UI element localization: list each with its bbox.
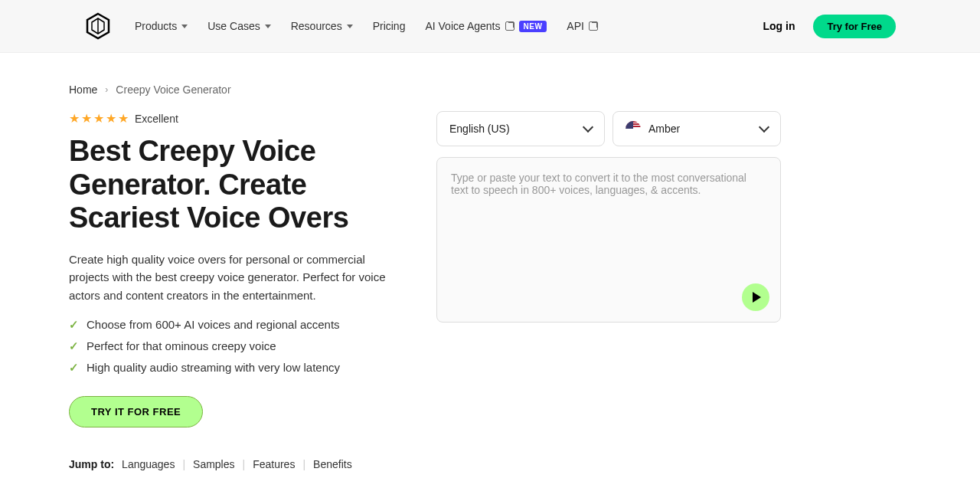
play-button[interactable] [742, 283, 769, 311]
separator: | [302, 458, 305, 470]
login-link[interactable]: Log in [763, 20, 795, 32]
try-free-button[interactable]: Try for Free [813, 15, 896, 38]
rating-label: Excellent [135, 113, 178, 125]
nav-pricing-label: Pricing [373, 20, 406, 32]
page-description: Create high quality voice overs for pers… [69, 251, 390, 304]
nav-use-cases-label: Use Cases [207, 20, 260, 32]
voice-selector[interactable]: Amber [612, 111, 781, 146]
breadcrumb: Home › Creepy Voice Generator [69, 84, 911, 96]
jump-benefits[interactable]: Benefits [313, 458, 352, 470]
rating-row: ★ ★ ★ ★ ★ Excellent [69, 111, 390, 126]
nav-api-label: API [567, 20, 584, 32]
nav-resources-label: Resources [291, 20, 342, 32]
tts-textarea[interactable] [451, 172, 766, 308]
us-flag-icon [626, 121, 641, 136]
play-icon [753, 292, 761, 303]
separator: | [243, 458, 246, 470]
jump-languages[interactable]: Languages [122, 458, 175, 470]
nav-ai-voice-agents[interactable]: AI Voice Agents NEW [425, 20, 547, 32]
breadcrumb-current: Creepy Voice Generator [116, 84, 230, 96]
nav-ai-voice-label: AI Voice Agents [425, 20, 500, 32]
caret-down-icon [181, 25, 188, 28]
breadcrumb-home[interactable]: Home [69, 84, 97, 96]
feature-text: Choose from 600+ AI voices and regional … [87, 318, 340, 331]
main-nav: Products Use Cases Resources Pricing AI … [135, 20, 598, 32]
jump-samples[interactable]: Samples [193, 458, 234, 470]
feature-item: ✓ High quality audio streaming with very… [69, 361, 390, 375]
star-icons: ★ ★ ★ ★ ★ [69, 111, 129, 126]
jump-label: Jump to: [69, 458, 114, 470]
language-value: English (US) [449, 123, 510, 135]
caret-down-icon [347, 25, 353, 28]
feature-item: ✓ Perfect for that ominous creepy voice [69, 339, 390, 353]
star-icon: ★ [118, 111, 129, 126]
brand-logo[interactable] [84, 12, 112, 40]
chevron-down-icon [759, 122, 769, 133]
chevron-down-icon [583, 122, 593, 133]
star-icon: ★ [81, 111, 92, 126]
try-it-free-button[interactable]: TRY IT FOR FREE [69, 396, 203, 427]
star-icon: ★ [106, 111, 116, 126]
page-headline: Best Creepy Voice Generator. Create Scar… [69, 135, 390, 235]
star-icon: ★ [93, 111, 104, 126]
caret-down-icon [265, 25, 271, 28]
feature-list: ✓ Choose from 600+ AI voices and regiona… [69, 318, 390, 375]
nav-pricing[interactable]: Pricing [373, 20, 406, 32]
nav-products-label: Products [135, 20, 177, 32]
main-content: Home › Creepy Voice Generator ★ ★ ★ ★ ★ … [69, 53, 911, 488]
check-icon: ✓ [69, 318, 79, 332]
jump-features[interactable]: Features [253, 458, 295, 470]
check-icon: ✓ [69, 339, 79, 353]
nav-api[interactable]: API [567, 20, 598, 32]
new-badge: NEW [519, 21, 547, 32]
language-selector[interactable]: English (US) [436, 111, 605, 146]
external-link-icon [589, 21, 598, 31]
star-icon: ★ [69, 111, 80, 126]
external-link-icon [505, 21, 514, 31]
nav-resources[interactable]: Resources [291, 20, 353, 32]
check-icon: ✓ [69, 361, 79, 375]
site-header: Products Use Cases Resources Pricing AI … [0, 0, 980, 53]
voice-value: Amber [648, 123, 680, 135]
nav-use-cases[interactable]: Use Cases [207, 20, 270, 32]
feature-text: Perfect for that ominous creepy voice [87, 339, 276, 352]
feature-item: ✓ Choose from 600+ AI voices and regiona… [69, 318, 390, 332]
text-input-panel [436, 157, 781, 323]
separator: | [182, 458, 185, 470]
nav-products[interactable]: Products [135, 20, 188, 32]
jump-nav: Jump to: Languages | Samples | Features … [69, 458, 390, 470]
feature-text: High quality audio streaming with very l… [87, 361, 340, 374]
chevron-right-icon: › [105, 84, 108, 95]
